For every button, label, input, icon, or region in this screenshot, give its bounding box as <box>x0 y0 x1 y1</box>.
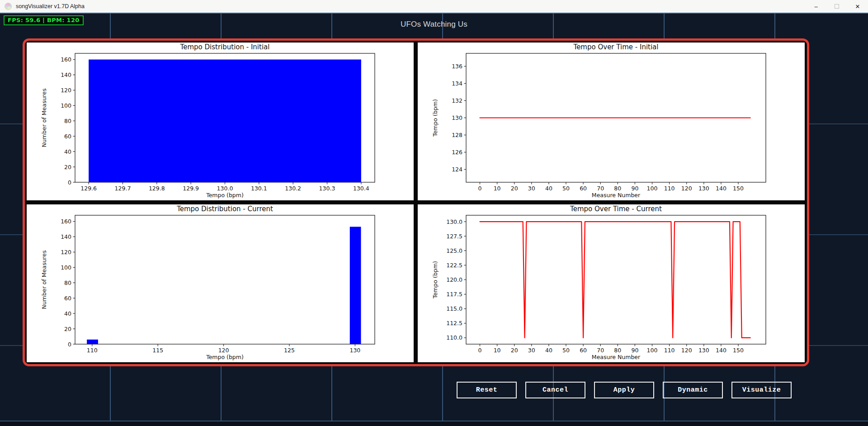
svg-text:150: 150 <box>733 185 744 192</box>
apply-button[interactable]: Apply <box>594 382 654 398</box>
svg-text:0: 0 <box>478 185 482 192</box>
svg-text:130.1: 130.1 <box>251 185 267 192</box>
svg-text:132: 132 <box>452 97 462 104</box>
svg-text:140: 140 <box>61 233 71 240</box>
app-icon <box>5 3 12 10</box>
svg-text:160: 160 <box>61 218 71 225</box>
svg-text:115.0: 115.0 <box>446 305 462 312</box>
svg-text:30: 30 <box>528 185 535 192</box>
svg-text:110: 110 <box>664 185 675 192</box>
svg-text:Tempo Distribution - Current: Tempo Distribution - Current <box>176 205 273 213</box>
svg-text:40: 40 <box>545 347 552 354</box>
window-title: songVisualizer v1.7D Alpha <box>16 3 85 9</box>
maximize-button[interactable] <box>826 0 847 13</box>
minimize-icon: – <box>814 3 817 10</box>
svg-text:136: 136 <box>452 63 462 70</box>
action-button-row: Reset Cancel Apply Dynamic Visualize <box>457 382 792 398</box>
svg-text:110: 110 <box>664 347 675 354</box>
svg-text:Number of Measures: Number of Measures <box>41 89 47 147</box>
dynamic-button[interactable]: Dynamic <box>663 382 723 398</box>
svg-text:110: 110 <box>87 347 98 354</box>
svg-text:80: 80 <box>614 185 621 192</box>
svg-text:160: 160 <box>61 56 71 63</box>
window-controls: – ✕ <box>806 0 868 13</box>
svg-text:40: 40 <box>64 148 71 155</box>
visualize-button[interactable]: Visualize <box>731 382 792 398</box>
svg-text:60: 60 <box>580 347 587 354</box>
svg-text:10: 10 <box>494 347 501 354</box>
chart-frame: Tempo Distribution - Initial020406080100… <box>23 38 809 366</box>
svg-text:126: 126 <box>452 149 462 156</box>
svg-text:130: 130 <box>698 347 709 354</box>
titlebar: songVisualizer v1.7D Alpha – ✕ <box>0 0 868 13</box>
cancel-button[interactable]: Cancel <box>525 382 585 398</box>
svg-text:Tempo (bpm): Tempo (bpm) <box>206 354 244 360</box>
svg-text:40: 40 <box>64 310 71 317</box>
svg-text:60: 60 <box>64 133 71 140</box>
svg-text:Measure Number: Measure Number <box>592 192 641 199</box>
svg-text:Tempo Over Time - Current: Tempo Over Time - Current <box>570 205 662 213</box>
svg-text:122.5: 122.5 <box>446 262 462 269</box>
svg-text:140: 140 <box>716 347 726 354</box>
svg-text:100: 100 <box>61 102 71 109</box>
svg-text:129.6: 129.6 <box>80 185 97 192</box>
svg-text:120: 120 <box>61 249 71 256</box>
svg-text:Tempo (bpm): Tempo (bpm) <box>432 261 439 299</box>
svg-text:130.4: 130.4 <box>353 185 369 192</box>
svg-text:60: 60 <box>64 295 71 302</box>
close-button[interactable]: ✕ <box>847 0 868 13</box>
svg-text:Tempo (bpm): Tempo (bpm) <box>206 192 244 199</box>
svg-text:125.0: 125.0 <box>446 247 462 254</box>
svg-text:20: 20 <box>64 164 71 170</box>
svg-text:120: 120 <box>218 347 229 354</box>
app-canvas: FPS: 59.6 | BPM: 120 UFOs Watching Us Te… <box>0 13 868 426</box>
svg-text:10: 10 <box>494 185 501 192</box>
reset-button[interactable]: Reset <box>457 382 517 398</box>
window-bottom-edge <box>0 421 868 426</box>
svg-text:120.0: 120.0 <box>446 276 462 283</box>
svg-text:80: 80 <box>614 347 621 354</box>
song-title: UFOs Watching Us <box>0 20 868 29</box>
svg-text:80: 80 <box>64 118 71 124</box>
svg-text:120: 120 <box>681 347 692 354</box>
svg-text:130: 130 <box>452 114 462 121</box>
svg-text:112.5: 112.5 <box>446 320 462 327</box>
maximize-icon <box>835 4 839 9</box>
svg-text:130: 130 <box>698 185 709 192</box>
chart-tempo-distribution-current: Tempo Distribution - Current020406080100… <box>27 204 414 362</box>
svg-text:129.8: 129.8 <box>149 185 165 192</box>
svg-text:90: 90 <box>631 347 638 354</box>
svg-text:20: 20 <box>511 185 518 192</box>
svg-text:130.3: 130.3 <box>319 185 335 192</box>
svg-text:70: 70 <box>597 185 604 192</box>
svg-text:0: 0 <box>478 347 482 354</box>
svg-text:134: 134 <box>452 80 462 87</box>
svg-text:140: 140 <box>61 71 71 78</box>
svg-text:30: 30 <box>528 347 535 354</box>
svg-text:129.9: 129.9 <box>183 185 199 192</box>
chart-tempo-distribution-initial: Tempo Distribution - Initial020406080100… <box>27 43 414 200</box>
svg-text:115: 115 <box>152 347 163 354</box>
svg-text:127.5: 127.5 <box>446 233 462 240</box>
svg-text:100: 100 <box>647 185 658 192</box>
svg-text:140: 140 <box>716 185 726 192</box>
svg-text:20: 20 <box>64 326 71 332</box>
close-icon: ✕ <box>855 3 860 10</box>
svg-text:129.7: 129.7 <box>115 185 131 192</box>
svg-text:130.0: 130.0 <box>217 185 233 192</box>
svg-text:130.2: 130.2 <box>285 185 301 192</box>
chart-tempo-over-time-current: Tempo Over Time - Current110.0112.5115.0… <box>418 204 805 362</box>
svg-text:70: 70 <box>597 347 604 354</box>
svg-text:100: 100 <box>61 264 71 271</box>
svg-text:60: 60 <box>580 185 587 192</box>
svg-text:0: 0 <box>68 341 71 348</box>
svg-text:Tempo Over Time - Initial: Tempo Over Time - Initial <box>573 43 659 51</box>
svg-text:117.5: 117.5 <box>446 291 462 298</box>
svg-text:150: 150 <box>733 347 744 354</box>
svg-text:80: 80 <box>64 279 71 286</box>
svg-text:124: 124 <box>452 166 462 173</box>
svg-text:130: 130 <box>349 347 360 354</box>
minimize-button[interactable]: – <box>806 0 826 13</box>
svg-text:50: 50 <box>562 185 570 192</box>
svg-text:128: 128 <box>452 132 462 138</box>
